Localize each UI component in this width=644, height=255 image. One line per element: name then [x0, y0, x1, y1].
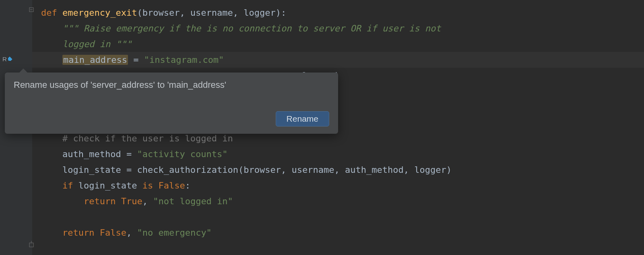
code-text: = — [128, 55, 144, 65]
string-literal: "not logged in" — [153, 196, 233, 206]
docstring: logged in """ — [62, 39, 132, 49]
string-literal: "activity counts" — [137, 149, 227, 159]
rename-gutter-marker[interactable]: R — [2, 56, 12, 62]
code-text: login_state = check_authorization(browse… — [62, 165, 452, 175]
code-text: : — [185, 180, 190, 191]
code-line[interactable]: return True, "not logged in" — [32, 193, 644, 209]
rename-gutter-label: R — [2, 56, 7, 62]
rename-popup: Rename usages of 'server_address' to 'ma… — [5, 73, 338, 134]
rename-button[interactable]: Rename — [276, 111, 329, 126]
code-line[interactable]: def emergency_exit(browser, username, lo… — [32, 5, 644, 21]
popup-button-row: Rename — [276, 111, 329, 126]
code-line-highlight[interactable]: main_address = "instagram.com" — [32, 52, 644, 68]
code-line[interactable]: """ Raise emergency if the is no connect… — [32, 21, 644, 36]
code-line[interactable]: auth_method = "activity counts" — [32, 146, 644, 162]
comment: # check if the user is logged in — [62, 133, 233, 143]
code-line[interactable] — [32, 209, 644, 225]
rename-popup-message: Rename usages of 'server_address' to 'ma… — [14, 80, 329, 90]
keyword-is-false: is False — [142, 180, 185, 191]
code-text: login_state — [78, 180, 142, 191]
code-text: auth_method = — [62, 149, 137, 159]
code-line[interactable]: if login_state is False: — [32, 178, 644, 193]
keyword-return: return False — [62, 228, 126, 238]
pencil-icon — [7, 56, 12, 62]
variable-rename-target[interactable]: main_address — [62, 55, 128, 65]
code-text: , — [126, 228, 137, 238]
function-name: emergency_exit — [62, 8, 137, 18]
keyword-if: if — [62, 180, 78, 191]
params: (browser, username, logger): — [137, 8, 286, 18]
keyword-def: def — [41, 8, 62, 18]
string-literal: "no emergency" — [137, 228, 211, 238]
code-line[interactable]: login_state = check_authorization(browse… — [32, 162, 644, 178]
keyword-return: return True — [84, 196, 142, 206]
docstring: """ Raise emergency if the is no connect… — [62, 23, 441, 33]
code-text: , — [142, 196, 153, 206]
code-line[interactable]: return False, "no emergency" — [32, 225, 644, 240]
string-literal: "instagram.com" — [144, 55, 224, 65]
fold-handle-end-icon[interactable] — [28, 241, 35, 247]
code-line[interactable]: logged in """ — [32, 36, 644, 52]
svg-rect-2 — [29, 243, 33, 247]
